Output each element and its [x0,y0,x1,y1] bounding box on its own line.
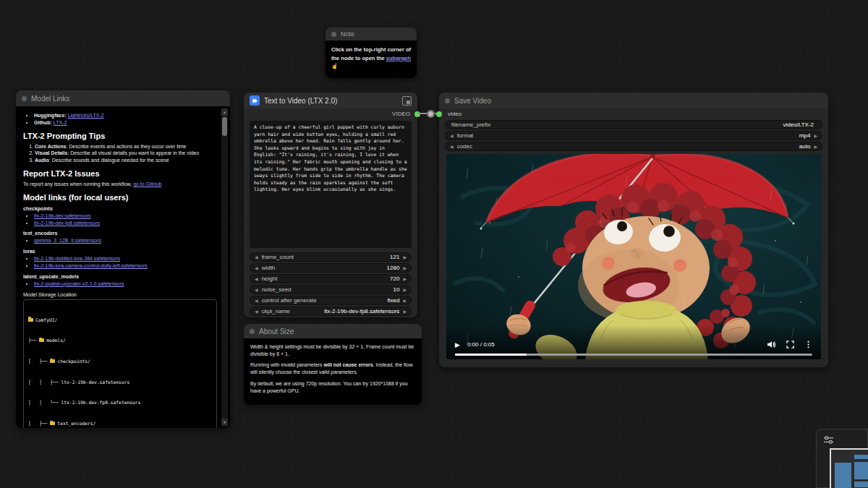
about-size-p1: Width & height settings must be divisibl… [250,343,415,358]
video-input-row: video [439,108,828,119]
ckpt-name-widget[interactable]: ◀ ckpt_name ltx-2-19b-dev-fp8.safetensor… [250,307,412,316]
list-item: gemma_3_12B_it.safetensors [34,237,217,244]
workflow-canvas[interactable]: Note Click on the top-right corner of th… [0,0,868,488]
list-item: Audio: Describe sounds and dialogue need… [35,157,217,164]
text-to-video-titlebar[interactable]: Text to Video (LTX 2.0) [244,93,417,108]
model-links-top-list: Huggingface: Lightricks/LTX-2 Github: LT… [23,112,217,127]
decrement-icon[interactable]: ◀ [255,254,258,260]
github-link[interactable]: LTX-2 [54,120,67,125]
model-file-link[interactable]: ltx-2-19b-dev.safetensors [34,213,90,218]
scrollbar[interactable]: ▲ ▼ [221,108,228,426]
scrollbar-down-icon[interactable]: ▼ [221,419,228,426]
overflow-menu-icon[interactable]: ⋮ [804,340,812,349]
decrement-icon[interactable]: ◀ [255,265,258,270]
save-video-node[interactable]: Save Video video filename_prefix video/L… [439,93,828,367]
about-size-body: Width & height settings must be divisibl… [244,338,422,405]
decrement-icon[interactable]: ◀ [450,133,454,138]
video-input-port[interactable] [436,111,442,117]
video-progress-played [455,354,527,356]
sliders-icon[interactable] [823,435,834,448]
increment-icon[interactable]: ▶ [403,254,407,260]
video-progress-bar[interactable] [455,354,812,356]
save-video-titlebar[interactable]: Save Video [439,93,828,108]
prompting-tips-list: Core Actions: Describe events and action… [23,143,217,164]
minimap-node-rect [854,462,868,479]
model-file-link[interactable]: ltx-2-19b-lora-camera-control-dolly-left… [34,263,148,268]
collapse-dot-icon[interactable] [445,98,450,103]
video-output-label: VIDEO [392,111,410,117]
control-after-generate-widget[interactable]: ◀ control after generate fixed ▶ [250,296,412,305]
height-widget[interactable]: ◀ height 720 ▶ [250,274,412,283]
scrollbar-up-icon[interactable]: ▲ [221,108,228,116]
note-node-title: Note [341,30,354,38]
model-file-link[interactable]: ltx-2-19b-distilled-lora-384.safetensors [34,256,120,261]
model-file-link[interactable]: gemma_3_12B_it.safetensors [34,238,101,243]
go-to-github-link[interactable]: go to GitHub [133,181,161,187]
model-links-titlebar[interactable]: Model Links [16,90,230,106]
video-time: 0:00 / 0:05 [467,341,495,348]
note-node[interactable]: Note Click on the top-right corner of th… [326,27,417,78]
decrement-icon[interactable]: ◀ [450,144,454,149]
video-input-label: video [448,111,461,117]
increment-icon[interactable]: ▶ [403,298,407,303]
decrement-icon[interactable]: ◀ [255,276,258,281]
folder-icon [50,421,55,425]
text-to-video-icon [250,95,260,106]
width-widget[interactable]: ◀ width 1280 ▶ [250,263,412,273]
group-text-encoders: text_encoders [23,231,217,236]
text-encoders-list: gemma_3_12B_it.safetensors [23,237,217,244]
codec-widget[interactable]: ◀ codec auto ▶ [445,142,822,151]
heading-prompting-tips: LTX-2 Prompting Tips [23,132,217,140]
fullscreen-icon[interactable] [786,341,794,348]
increment-icon[interactable]: ▶ [403,287,407,292]
play-icon[interactable]: ▶ [455,341,460,348]
model-links-node[interactable]: Model Links Huggingface: Lightricks/LTX-… [16,90,230,428]
list-item: Github: LTX-2 [34,119,217,127]
folder-icon [39,338,44,342]
video-output-row: VIDEO [244,108,417,119]
decrement-icon[interactable]: ◀ [255,287,258,292]
about-size-titlebar[interactable]: About Size [244,324,422,338]
decrement-icon[interactable]: ◀ [255,298,258,303]
increment-icon[interactable]: ▶ [403,265,407,270]
model-file-link[interactable]: ltx-2-spatial-upscaler-x2-1.0.safetensor… [34,281,124,286]
pointing-up-icon: ☝ [331,63,338,69]
noise-seed-widget[interactable]: ◀ noise_seed 10 ▶ [250,285,412,294]
collapse-dot-icon[interactable] [331,32,336,37]
text-to-video-node[interactable]: Text to Video (LTX 2.0) VIDEO A close-up… [244,93,417,317]
about-size-p2: Running with invalid parameters will not… [250,361,415,376]
prompt-textarea[interactable]: A close-up of a cheerful girl puppet wit… [250,121,412,248]
video-preview[interactable]: ▶ 0:00 / 0:05 ⋮ [446,154,821,359]
about-size-node[interactable]: About Size Width & height settings must … [244,324,422,405]
frame-count-widget[interactable]: ◀ frame_count 121 ▶ [250,252,412,262]
huggingface-link[interactable]: Lightricks/LTX-2 [68,113,104,118]
model-file-link[interactable]: ltx-2-19b-dev-fp8.safetensors [34,221,100,226]
increment-icon[interactable]: ▶ [814,133,817,138]
increment-icon[interactable]: ▶ [403,309,407,314]
minimap-view[interactable] [830,448,868,488]
list-item: ltx-2-19b-lora-camera-control-dolly-left… [34,262,217,270]
link-midpoint-dot[interactable] [427,110,435,118]
collapse-dot-icon[interactable] [250,329,255,334]
increment-icon[interactable]: ▶ [403,276,407,281]
video-controls: ▶ 0:00 / 0:05 ⋮ [446,338,821,352]
checkpoints-list: ltx-2-19b-dev.safetensors ltx-2-19b-dev-… [23,213,217,227]
minimap-panel[interactable] [816,429,868,488]
volume-icon[interactable] [767,341,776,348]
list-item: ltx-2-19b-dev.safetensors [34,213,217,220]
format-widget[interactable]: ◀ format mp4 ▶ [445,131,822,140]
filename-prefix-widget[interactable]: filename_prefix video/LTX-2 [445,120,822,129]
storage-location-label: Model Storage Location [23,292,217,297]
open-subgraph-icon[interactable] [402,96,412,106]
note-node-titlebar[interactable]: Note [326,27,417,40]
heading-model-links-local: Model links (for local users) [23,193,217,202]
increment-icon[interactable]: ▶ [814,144,817,149]
heading-report-issues: Report LTX-2 Issues [23,169,217,178]
latent-upscale-list: ltx-2-spatial-upscaler-x2-1.0.safetensor… [23,281,217,288]
minimap-node-rect [854,455,868,459]
scrollbar-thumb[interactable] [222,117,227,136]
collapse-dot-icon[interactable] [22,96,27,101]
folder-icon [50,359,55,363]
decrement-icon[interactable]: ◀ [255,309,258,314]
subgraph-link[interactable]: subgraph [386,55,411,61]
